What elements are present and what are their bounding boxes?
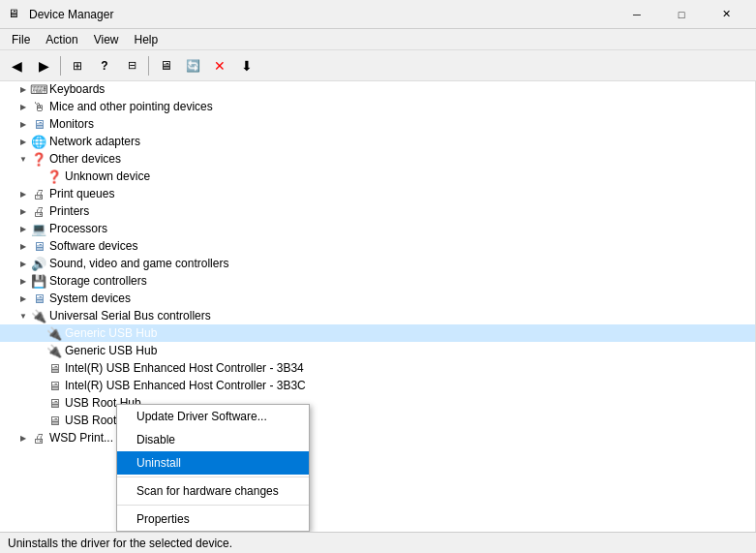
device-icon-keyboards: ⌨ (31, 81, 46, 97)
tree-item-usb[interactable]: ▼🔌Universal Serial Bus controllers (0, 307, 755, 324)
tree-item-mice[interactable]: ▶🖱Mice and other pointing devices (0, 98, 755, 115)
expander-mice[interactable]: ▶ (15, 99, 31, 114)
main-area: ▶🎮Human Interface Devices▶💾IDE ATA/ATAPI… (0, 81, 756, 532)
expander-wsd-printer[interactable]: ▶ (15, 430, 31, 445)
device-icon-other-devices: ❓ (31, 151, 46, 167)
forward-button[interactable]: ▶ (31, 54, 56, 77)
device-label-printers: Printers (49, 204, 89, 218)
tree-item-processors[interactable]: ▶💻Processors (0, 220, 755, 237)
minimize-button[interactable]: ─ (615, 0, 659, 29)
menubar: File Action View Help (0, 29, 756, 50)
menu-help[interactable]: Help (127, 31, 166, 48)
tree-item-storage[interactable]: ▶💾Storage controllers (0, 272, 755, 290)
expander-generic-hub-2 (31, 343, 46, 358)
scan-button[interactable]: 🔄 (180, 54, 205, 77)
expander-printers[interactable]: ▶ (15, 203, 31, 219)
context-menu-separator (117, 505, 309, 506)
device-icon-storage: 💾 (31, 273, 46, 289)
menu-action[interactable]: Action (38, 31, 85, 48)
tree-item-print-queues[interactable]: ▶🖨Print queues (0, 185, 755, 202)
app-icon: 🖥 (8, 7, 23, 22)
expander-usb-root-2 (31, 413, 46, 428)
window-controls: ─ □ ✕ (615, 0, 748, 29)
tree-item-wsd-printer[interactable]: ▶🖨WSD Print... (0, 429, 755, 446)
tree-item-sound[interactable]: ▶🔊Sound, video and game controllers (0, 255, 755, 272)
device-icon-network: 🌐 (31, 134, 46, 149)
expander-usb-root-1 (31, 395, 46, 411)
expander-system-devices[interactable]: ▶ (15, 291, 31, 306)
expander-generic-hub-1 (31, 325, 46, 341)
properties-button[interactable]: ⊟ (119, 54, 144, 77)
tree-item-intel-ehci-2[interactable]: 🖥Intel(R) USB Enhanced Host Controller -… (0, 377, 755, 394)
device-button[interactable]: 🖥 (153, 54, 178, 77)
device-label-mice: Mice and other pointing devices (49, 100, 213, 113)
tree-item-intel-ehci-1[interactable]: 🖥Intel(R) USB Enhanced Host Controller -… (0, 359, 755, 377)
device-icon-generic-hub-1: 🔌 (46, 325, 62, 341)
device-icon-usb: 🔌 (31, 308, 46, 323)
device-label-print-queues: Print queues (49, 187, 114, 200)
tree-item-usb-root-2[interactable]: 🖥USB Root Hub (0, 412, 755, 429)
device-label-generic-hub-2: Generic USB Hub (65, 344, 157, 357)
toolbar: ◀ ▶ ⊞ ? ⊟ 🖥 🔄 ✕ ⬇ (0, 50, 756, 81)
context-menu-item-uninstall[interactable]: Uninstall (117, 451, 309, 475)
tree-item-generic-hub-1[interactable]: 🔌Generic USB Hub (0, 324, 755, 342)
close-button[interactable]: ✕ (704, 0, 748, 29)
menu-view[interactable]: View (86, 31, 127, 48)
device-icon-generic-hub-2: 🔌 (46, 343, 62, 358)
tree-item-other-devices[interactable]: ▼❓Other devices (0, 150, 755, 168)
tree-item-usb-root-1[interactable]: 🖥USB Root Hub (0, 394, 755, 412)
tree-item-generic-hub-2[interactable]: 🔌Generic USB Hub (0, 342, 755, 359)
toolbar-sep-2 (148, 56, 149, 76)
tree-item-system-devices[interactable]: ▶🖥System devices (0, 290, 755, 307)
context-menu-item-disable[interactable]: Disable (117, 428, 309, 451)
maximize-button[interactable]: □ (659, 0, 704, 29)
expander-network[interactable]: ▶ (15, 134, 31, 149)
device-icon-usb-root-1: 🖥 (46, 395, 62, 411)
context-menu-item-scan[interactable]: Scan for hardware changes (117, 479, 309, 503)
expander-storage[interactable]: ▶ (15, 273, 31, 289)
device-tree[interactable]: ▶🎮Human Interface Devices▶💾IDE ATA/ATAPI… (0, 81, 756, 532)
device-label-other-devices: Other devices (49, 152, 121, 166)
expander-print-queues[interactable]: ▶ (15, 186, 31, 201)
device-label-sound: Sound, video and game controllers (49, 257, 228, 270)
device-icon-wsd-printer: 🖨 (31, 430, 46, 445)
context-menu: Update Driver Software...DisableUninstal… (116, 404, 310, 532)
expander-processors[interactable]: ▶ (15, 221, 31, 236)
context-menu-item-properties[interactable]: Properties (117, 507, 309, 531)
install-button[interactable]: ⬇ (234, 54, 259, 77)
tree-item-network[interactable]: ▶🌐Network adapters (0, 133, 755, 150)
device-label-intel-ehci-2: Intel(R) USB Enhanced Host Controller - … (65, 379, 306, 392)
device-icon-mice: 🖱 (31, 99, 46, 114)
uninstall-button[interactable]: ✕ (207, 54, 232, 77)
expander-sound[interactable]: ▶ (15, 256, 31, 271)
device-label-monitors: Monitors (49, 117, 94, 131)
device-icon-sound: 🔊 (31, 256, 46, 271)
device-icon-processors: 💻 (31, 221, 46, 236)
device-icon-monitors: 🖥 (31, 116, 46, 132)
device-label-system-devices: System devices (49, 292, 131, 305)
tree-item-keyboards[interactable]: ▶⌨Keyboards (0, 81, 755, 98)
help-button[interactable]: ? (92, 54, 117, 77)
expander-other-devices[interactable]: ▼ (15, 151, 31, 167)
status-text: Uninstalls the driver for the selected d… (8, 537, 232, 550)
context-menu-item-update-driver[interactable]: Update Driver Software... (117, 405, 309, 428)
expander-software-devices[interactable]: ▶ (15, 238, 31, 254)
device-label-network: Network adapters (49, 135, 140, 148)
show-button[interactable]: ⊞ (65, 54, 90, 77)
expander-monitors[interactable]: ▶ (15, 116, 31, 132)
device-label-keyboards: Keyboards (49, 82, 105, 96)
expander-usb[interactable]: ▼ (15, 308, 31, 323)
tree-item-printers[interactable]: ▶🖨Printers (0, 202, 755, 220)
menu-file[interactable]: File (4, 31, 38, 48)
device-label-software-devices: Software devices (49, 239, 137, 253)
back-button[interactable]: ◀ (4, 54, 29, 77)
tree-item-software-devices[interactable]: ▶🖥Software devices (0, 237, 755, 255)
device-icon-usb-root-2: 🖥 (46, 413, 62, 428)
tree-item-unknown-device[interactable]: ❓Unknown device (0, 168, 755, 185)
expander-unknown-device (31, 169, 46, 184)
device-icon-software-devices: 🖥 (31, 238, 46, 254)
context-menu-separator (117, 476, 309, 477)
expander-intel-ehci-2 (31, 378, 46, 393)
titlebar: 🖥 Device Manager ─ □ ✕ (0, 0, 756, 29)
tree-item-monitors[interactable]: ▶🖥Monitors (0, 115, 755, 133)
